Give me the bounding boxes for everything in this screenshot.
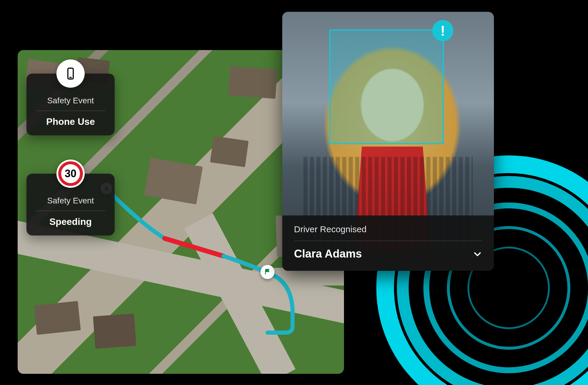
divider (36, 211, 105, 211)
safety-event-card-speeding[interactable]: 30 Safety Event Speeding (26, 174, 115, 235)
event-value: Speeding (36, 216, 105, 227)
destination-flag-icon (260, 265, 275, 279)
driver-recognised-label: Driver Recognised (294, 224, 482, 234)
driver-name: Clara Adams (294, 248, 362, 260)
driver-camera-panel[interactable]: ! Driver Recognised Clara Adams (282, 12, 494, 271)
event-label: Safety Event (36, 196, 105, 205)
chevron-down-icon[interactable] (473, 249, 482, 259)
phone-icon (56, 59, 85, 88)
event-label: Safety Event (36, 96, 105, 105)
event-value: Phone Use (36, 116, 105, 127)
safety-event-card-phone[interactable]: Safety Event Phone Use (26, 74, 115, 135)
speed-limit-icon: 30 (56, 160, 85, 188)
driver-info-card: Driver Recognised Clara Adams (282, 215, 494, 271)
speed-limit-value: 30 (65, 167, 76, 180)
face-detection-box: ! (329, 29, 444, 144)
divider (294, 241, 482, 241)
alert-icon: ! (432, 20, 453, 41)
divider (36, 111, 105, 111)
